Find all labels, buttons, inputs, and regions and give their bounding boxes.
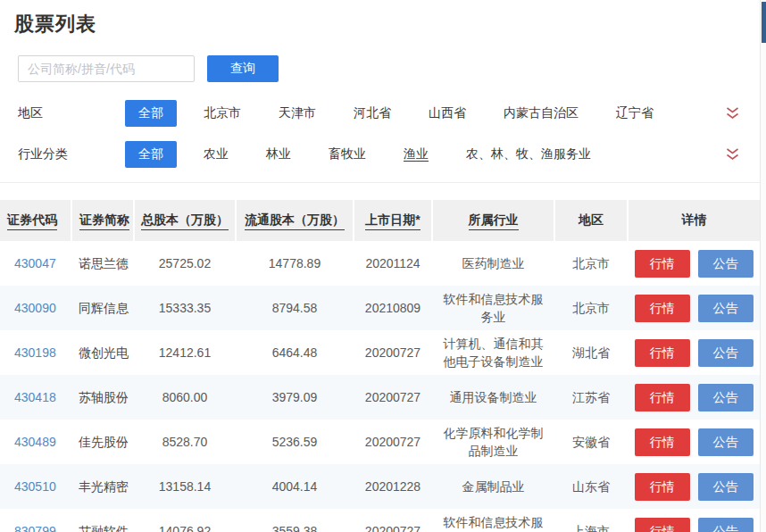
total-shares: 14076.92 bbox=[134, 509, 236, 532]
list-date: 20201124 bbox=[354, 241, 432, 286]
stock-code-link[interactable]: 830799 bbox=[14, 524, 56, 532]
industry-option[interactable]: 渔业 bbox=[404, 146, 429, 162]
announcement-button[interactable]: 公告 bbox=[698, 339, 754, 367]
stock-name: 诺思兰德 bbox=[71, 241, 134, 286]
quote-button[interactable]: 行情 bbox=[635, 428, 690, 456]
stock-code-link[interactable]: 430489 bbox=[14, 435, 56, 449]
search-bar: 查询 bbox=[18, 55, 760, 82]
float-shares: 3559.38 bbox=[236, 509, 354, 532]
region-option[interactable]: 内蒙古自治区 bbox=[504, 105, 579, 121]
stock-name: 苏轴股份 bbox=[71, 375, 134, 420]
total-shares: 12412.61 bbox=[134, 330, 236, 375]
stock-list-page: 股票列表 查询 地区 全部 北京市 天津市 河北省 山西省 内蒙古自治区 辽宁省 bbox=[0, 0, 766, 532]
region-filter-label: 地区 bbox=[18, 105, 125, 121]
announcement-button[interactable]: 公告 bbox=[698, 428, 754, 456]
industry-filter-all-button[interactable]: 全部 bbox=[125, 141, 177, 168]
list-date: 20200727 bbox=[354, 420, 432, 464]
stock-name: 微创光电 bbox=[71, 330, 134, 375]
float-shares: 3979.09 bbox=[236, 375, 354, 420]
stock-code-link[interactable]: 430090 bbox=[14, 301, 56, 315]
region-option[interactable]: 天津市 bbox=[279, 105, 316, 121]
region-filter-all-button[interactable]: 全部 bbox=[125, 100, 177, 127]
filter-row-industry: 行业分类 全部 农业 林业 畜牧业 渔业 农、林、牧、渔服务业 bbox=[18, 141, 760, 168]
announcement-button[interactable]: 公告 bbox=[698, 518, 754, 532]
table-row: 830799 艾融软件 14076.92 3559.38 20200727 软件… bbox=[0, 509, 760, 532]
quote-button[interactable]: 行情 bbox=[635, 518, 690, 532]
table-row: 430090 同辉信息 15333.35 8794.58 20210809 软件… bbox=[0, 286, 760, 330]
industry-expand-chevron-icon[interactable] bbox=[725, 148, 740, 162]
industry: 软件和信息技术服务业 bbox=[432, 286, 554, 330]
list-date: 20200727 bbox=[354, 330, 432, 375]
column-header-list-date[interactable]: 上市日期* bbox=[354, 200, 432, 241]
industry-option[interactable]: 农业 bbox=[204, 146, 229, 162]
region-option[interactable]: 辽宁省 bbox=[616, 105, 654, 121]
industry: 通用设备制造业 bbox=[432, 375, 554, 420]
announcement-button[interactable]: 公告 bbox=[698, 295, 754, 322]
industry-options: 农业 林业 畜牧业 渔业 农、林、牧、渔服务业 bbox=[204, 146, 629, 162]
list-date: 20200727 bbox=[354, 509, 432, 532]
column-header-total-shares[interactable]: 总股本（万股） bbox=[134, 200, 236, 241]
column-header-detail: 详情 bbox=[628, 200, 760, 241]
float-shares: 5236.59 bbox=[236, 420, 354, 464]
industry-option[interactable]: 畜牧业 bbox=[329, 146, 366, 162]
stock-code-link[interactable]: 430418 bbox=[14, 390, 56, 404]
quote-button[interactable]: 行情 bbox=[635, 295, 690, 322]
region: 北京市 bbox=[554, 241, 628, 286]
region: 湖北省 bbox=[554, 330, 628, 375]
column-header-region: 地区 bbox=[554, 200, 628, 241]
quote-button[interactable]: 行情 bbox=[635, 339, 690, 367]
announcement-button[interactable]: 公告 bbox=[698, 250, 754, 278]
column-header-code[interactable]: 证券代码 bbox=[0, 200, 71, 241]
industry: 化学原料和化学制品制造业 bbox=[432, 420, 554, 464]
industry-option[interactable]: 农、林、牧、渔服务业 bbox=[466, 146, 591, 162]
table-row: 430510 丰光精密 13158.14 4004.14 20201228 金属… bbox=[0, 464, 760, 509]
total-shares: 13158.14 bbox=[134, 464, 236, 509]
table-row: 430418 苏轴股份 8060.00 3979.09 20200727 通用设… bbox=[0, 375, 760, 420]
scrollbar[interactable] bbox=[760, 0, 766, 532]
industry-filter-label: 行业分类 bbox=[18, 146, 125, 162]
region-options: 北京市 天津市 河北省 山西省 内蒙古自治区 辽宁省 bbox=[204, 105, 691, 121]
region: 上海市 bbox=[554, 509, 628, 532]
search-input[interactable] bbox=[18, 55, 195, 82]
total-shares: 25725.02 bbox=[134, 241, 236, 286]
list-date: 20200727 bbox=[354, 375, 432, 420]
stock-name: 佳先股份 bbox=[71, 420, 134, 464]
stock-code-link[interactable]: 430198 bbox=[14, 345, 56, 360]
stock-name: 同辉信息 bbox=[71, 286, 134, 330]
column-header-float-shares[interactable]: 流通股本（万股） bbox=[236, 200, 354, 241]
total-shares: 8060.00 bbox=[134, 375, 236, 420]
stock-name: 艾融软件 bbox=[71, 509, 134, 532]
column-header-name[interactable]: 证券简称 bbox=[71, 200, 134, 241]
region-option[interactable]: 山西省 bbox=[429, 105, 466, 121]
region-option[interactable]: 北京市 bbox=[204, 105, 241, 121]
announcement-button[interactable]: 公告 bbox=[698, 384, 754, 411]
float-shares: 6464.48 bbox=[236, 330, 354, 375]
list-date: 20210809 bbox=[354, 286, 432, 330]
table-row: 430198 微创光电 12412.61 6464.48 20200727 计算… bbox=[0, 330, 760, 375]
quote-button[interactable]: 行情 bbox=[635, 384, 690, 411]
industry: 金属制品业 bbox=[432, 464, 554, 509]
quote-button[interactable]: 行情 bbox=[635, 250, 690, 278]
industry: 软件和信息技术服务业 bbox=[432, 509, 554, 532]
quote-button[interactable]: 行情 bbox=[635, 473, 690, 501]
scrollbar-thumb[interactable] bbox=[762, 2, 766, 43]
region: 江苏省 bbox=[554, 375, 628, 420]
region-expand-chevron-icon[interactable] bbox=[725, 107, 740, 121]
stock-code-link[interactable]: 430047 bbox=[14, 256, 56, 270]
announcement-button[interactable]: 公告 bbox=[698, 473, 754, 501]
total-shares: 8528.70 bbox=[134, 420, 236, 464]
float-shares: 8794.58 bbox=[236, 286, 354, 330]
filter-row-region: 地区 全部 北京市 天津市 河北省 山西省 内蒙古自治区 辽宁省 bbox=[18, 100, 760, 127]
region: 山东省 bbox=[554, 464, 628, 509]
table-row: 430047 诺思兰德 25725.02 14778.89 20201124 医… bbox=[0, 241, 760, 286]
region-option[interactable]: 河北省 bbox=[354, 105, 391, 121]
industry-option[interactable]: 林业 bbox=[266, 146, 291, 162]
column-header-industry[interactable]: 所属行业 bbox=[432, 200, 554, 241]
section-divider bbox=[0, 182, 760, 183]
float-shares: 14778.89 bbox=[236, 241, 354, 286]
industry: 医药制造业 bbox=[432, 241, 554, 286]
stock-code-link[interactable]: 430510 bbox=[14, 479, 56, 494]
table-header-row: 证券代码 证券简称 总股本（万股） 流通股本（万股） 上市日期* 所属行业 地区… bbox=[0, 200, 760, 241]
page-title: 股票列表 bbox=[0, 0, 760, 37]
search-button[interactable]: 查询 bbox=[207, 55, 279, 82]
